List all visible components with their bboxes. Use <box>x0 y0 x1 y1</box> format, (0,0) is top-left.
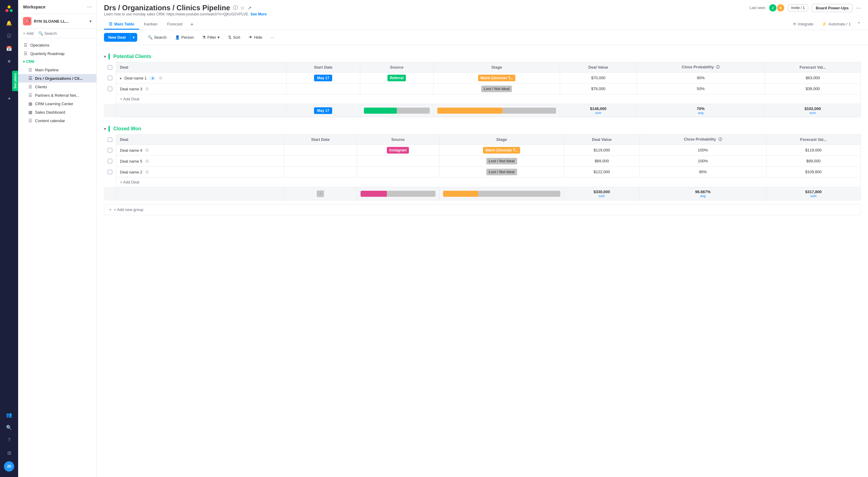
deal-value-cell[interactable]: $122,000 <box>564 167 640 177</box>
logo[interactable] <box>4 3 14 14</box>
search-icon-sidebar[interactable]: 🔍 <box>4 422 14 433</box>
deal-name-text[interactable]: Deal name 4 <box>120 148 142 153</box>
add-subitem-icon[interactable]: ⊕ <box>145 86 149 91</box>
board-power-ups-button[interactable]: Board Power-Ups <box>812 4 852 12</box>
sidebar-item-quarterly-roadmap[interactable]: ☰ Quarterly Roadmap <box>18 49 96 58</box>
see-more-link[interactable]: See More <box>251 12 267 16</box>
forecast-value-cell[interactable]: $109,800 <box>766 167 861 177</box>
integrate-button[interactable]: ⟲ Integrate <box>790 21 816 28</box>
close-prob-cell[interactable]: 90% <box>637 72 765 83</box>
stage-badge[interactable]: Lost / Not Ideal <box>486 158 517 165</box>
sidebar-item-partners[interactable]: ☰ Partners & Referral Net... <box>18 91 96 99</box>
close-prob-cell[interactable]: 90% <box>640 167 766 177</box>
date-badge[interactable]: May 17 <box>314 74 332 81</box>
close-prob-cell[interactable]: 50% <box>637 83 765 94</box>
inbox-icon[interactable]: ☑ <box>4 30 14 41</box>
close-prob-info-icon[interactable]: ⓘ <box>716 65 720 69</box>
stage-badge[interactable]: Lost / Not Ideal <box>486 169 517 175</box>
expand-icon[interactable]: ▸ <box>120 76 122 81</box>
close-prob-cell[interactable]: 100% <box>640 145 766 156</box>
automate-button[interactable]: ⚡ Automate / 1 <box>819 21 853 28</box>
favorites-icon[interactable]: ★ <box>4 56 14 66</box>
sidebar-item-main-pipeline[interactable]: ☰ Main Pipeline <box>18 66 96 74</box>
add-subitem-icon[interactable]: ⊕ <box>145 169 149 174</box>
stage-badge[interactable]: Warm (Uncover T... <box>483 147 521 154</box>
new-deal-button[interactable]: New Deal <box>104 33 130 42</box>
user-avatar[interactable]: JD <box>4 461 14 472</box>
row-checkbox[interactable] <box>107 76 113 81</box>
sidebar-item-content-calendar[interactable]: ☰ Content calendar <box>18 116 96 125</box>
add-deal-label[interactable]: + Add Deal <box>116 94 861 104</box>
help-icon[interactable]: ? <box>4 435 14 446</box>
add-deal-row-closed[interactable]: + Add Deal <box>104 177 861 187</box>
add-button[interactable]: + Add <box>23 31 34 36</box>
trending-icon[interactable]: ↗ <box>248 5 251 11</box>
workspace-more-icon[interactable]: ··· <box>87 4 92 10</box>
info-icon[interactable]: ⓘ <box>233 5 238 11</box>
workspace-chevron-icon[interactable]: ▾ <box>89 19 92 24</box>
deal-name-text[interactable]: Deal name 1 <box>125 76 147 81</box>
new-deal-dropdown[interactable]: ▾ <box>130 33 137 42</box>
tab-kanban[interactable]: Kanban <box>139 19 162 30</box>
close-prob-cell[interactable]: 100% <box>640 156 766 167</box>
deal-value-cell[interactable]: $70,000 <box>560 72 637 83</box>
sidebar-item-drs-organizations[interactable]: ☰ Drs / Organizations / Cli... <box>18 74 96 83</box>
sidebar-item-sales-dashboard[interactable]: ▦ Sales Dashboard <box>18 108 96 116</box>
avatar-1[interactable]: J <box>769 4 776 11</box>
sidebar-item-clients[interactable]: ☰ Clients <box>18 83 96 91</box>
stage-badge[interactable]: Lost / Not Ideal <box>481 86 512 92</box>
notifications-icon[interactable]: 🔔 <box>4 18 14 28</box>
source-badge[interactable]: Instagram <box>387 147 409 154</box>
add-sparkle-icon[interactable]: ✦ <box>4 93 14 104</box>
filter-button[interactable]: ⚗ Filter ▾ <box>199 33 223 41</box>
search-button-toolbar[interactable]: 🔍 Search <box>145 33 169 41</box>
row-checkbox[interactable] <box>107 148 113 153</box>
sidebar-item-crm-learning[interactable]: ▦ CRM Learning Center <box>18 99 96 108</box>
crm-section-label[interactable]: ▾ CRM <box>18 58 96 66</box>
select-all-checkbox[interactable] <box>107 137 113 142</box>
more-toolbar-button[interactable]: ··· <box>268 33 277 41</box>
tab-main-table[interactable]: ☰ Main Table <box>104 19 139 30</box>
person-button[interactable]: 👤 Person <box>172 33 197 41</box>
star-icon[interactable]: ☆ <box>240 5 245 11</box>
workspace-selector[interactable]: 🎯 RYN SLOANE LL... ▾ <box>18 14 96 29</box>
hide-button[interactable]: 👁 Hide <box>246 33 266 41</box>
row-checkbox[interactable] <box>107 86 113 91</box>
sidebar-item-operations[interactable]: ☰ Operations <box>18 41 96 49</box>
add-subitem-icon[interactable]: ⊕ <box>145 158 149 163</box>
invite-button[interactable]: Invite / 1 <box>788 4 808 11</box>
see-plans-tab[interactable]: See plans <box>12 71 18 91</box>
apps-grid-icon[interactable]: ⊞ <box>4 447 14 458</box>
deal-value-cell[interactable]: $89,000 <box>564 156 640 167</box>
calendar-icon[interactable]: 📅 <box>4 43 14 54</box>
add-subitem-icon[interactable]: ⊕ <box>145 148 149 153</box>
forecast-value-cell[interactable]: $119,000 <box>766 145 861 156</box>
add-new-group-button[interactable]: + + Add new group <box>104 204 861 215</box>
deal-name-text[interactable]: Deal name 5 <box>120 159 142 163</box>
select-all-checkbox[interactable] <box>107 65 113 70</box>
search-button[interactable]: 🔍 Search <box>38 31 57 36</box>
close-prob-info-icon[interactable]: ⓘ <box>718 137 722 142</box>
deal-value-cell[interactable]: $119,000 <box>564 145 640 156</box>
people-icon[interactable]: 👥 <box>4 409 14 420</box>
forecast-value-cell[interactable]: $63,000 <box>765 72 861 83</box>
deal-value-cell[interactable]: $78,000 <box>560 83 637 94</box>
add-view-button[interactable]: + <box>187 20 197 30</box>
add-subitem-icon[interactable]: ⊕ <box>159 75 163 81</box>
group-chevron-icon[interactable]: ▾ <box>104 126 106 131</box>
subitems-badge[interactable]: 4 <box>150 76 156 81</box>
stage-badge[interactable]: Warm (Uncover T... <box>478 74 516 81</box>
group-chevron-icon[interactable]: ▾ <box>104 54 106 59</box>
board-more-icon[interactable]: ··· <box>856 5 861 11</box>
deal-name-text[interactable]: Deal name 2 <box>120 170 142 174</box>
source-badge[interactable]: Referral <box>388 74 406 81</box>
add-deal-row[interactable]: + Add Deal <box>104 94 861 104</box>
sort-button[interactable]: ⇅ Sort <box>225 33 243 41</box>
forecast-value-cell[interactable]: $39,000 <box>765 83 861 94</box>
tab-forecast[interactable]: Forecast <box>162 19 187 30</box>
collapse-header-icon[interactable]: ⌃ <box>857 21 861 27</box>
avatar-2[interactable]: S <box>777 4 784 11</box>
forecast-value-cell[interactable]: $89,000 <box>766 156 861 167</box>
add-deal-label[interactable]: + Add Deal <box>116 177 861 187</box>
row-checkbox[interactable] <box>107 159 113 163</box>
